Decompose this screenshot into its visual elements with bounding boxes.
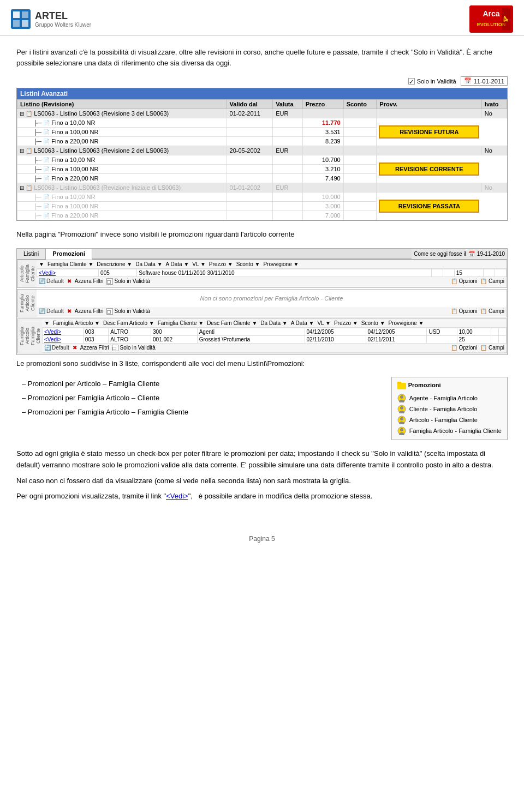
tab-listini[interactable]: Listini (17, 249, 46, 259)
default-button-1[interactable]: 🔄 Default (39, 278, 64, 284)
promo-block-1: ArticoloFamigliaCliente ▼ Famiglia Clien… (17, 260, 507, 288)
provv-col[interactable]: Provvigione ▼ (389, 320, 424, 326)
vedi-link-3b[interactable]: <Vedi> (44, 336, 61, 342)
svg-point-22 (400, 428, 403, 431)
col-sconto: Sconto (343, 100, 377, 109)
promo-block-inner-3: ▼ Famiglia Articolo ▼ Desc Fam Articolo … (42, 319, 507, 353)
promo-table-3: <Vedi> 003ALTRO300Agenti 04/12/200504/12… (42, 328, 507, 344)
table-row: ├─ 📄 Fino a 10,00 NR 10.700 REVISIONE CO… (17, 155, 507, 165)
provvigione-filter[interactable]: Provvigione ▼ (263, 261, 299, 267)
intro-paragraph: Per i listini avanzati c'è la possibilit… (16, 47, 508, 68)
svg-point-19 (400, 417, 403, 420)
promo-block-2: FamigliaArticoloCliente Non ci sono prom… (17, 289, 507, 317)
sconto-col[interactable]: Sconto ▼ (361, 320, 385, 326)
promo-toolbar-2-bottom: 🔄 Default ✖ Azzera Filtri □ Solo in Vali… (37, 307, 507, 316)
opzioni-btn-1[interactable]: 📋 Opzioni (451, 278, 478, 284)
da-data-col[interactable]: Da Data ▼ (260, 320, 287, 326)
svg-rect-11 (397, 382, 401, 384)
svg-rect-4 (22, 20, 28, 27)
vedi-link-3a[interactable]: <Vedi> (44, 329, 61, 335)
fam-art-col[interactable]: Famiglia Articolo ▼ (53, 320, 100, 326)
promo-menu-title: Promozioni (397, 381, 502, 389)
menu-item-agente: Agente - Famiglia Articolo (397, 393, 502, 404)
clear-filters-icon-2: ✖ (67, 308, 72, 314)
promozioni-intro: Nella pagina "Promozioni" invece sono vi… (16, 229, 508, 240)
default-icon: 🔄 (39, 278, 45, 284)
a-data-col[interactable]: A Data ▼ (291, 320, 314, 326)
campi-btn-2[interactable]: 📋 Campi (480, 308, 504, 314)
promo-list-intro: Le promozioni sono suddivise in 3 liste,… (16, 358, 508, 369)
solo-validita-label[interactable]: ✓ Solo in Validità (408, 78, 456, 85)
vl-col[interactable]: VL ▼ (317, 320, 331, 326)
promo-menu: Promozioni Agente - Famiglia Articolo Cl… (391, 377, 508, 440)
arca-logo: Arca EVOLUTION 4 (469, 5, 513, 33)
col-listino: Listino (Revisione) (17, 100, 227, 109)
prezzo-filter[interactable]: Prezzo ▼ (209, 261, 233, 267)
validity-date-badge[interactable]: 📅 11-01-2011 (461, 76, 508, 86)
solo-validita-2[interactable]: □ Solo in Validità (106, 308, 150, 315)
famiglia-cliente-filter[interactable]: Famiglia Cliente ▼ (47, 261, 93, 267)
tab-promozioni[interactable]: Promozioni (46, 249, 92, 260)
table-row: <Vedi> 003ALTRO300Agenti 04/12/200504/12… (43, 328, 507, 335)
table-row: ⊟ 📋 LS0063 - Listino LS0063 (Revisione 3… (17, 109, 507, 118)
table-row: <Vedi> 005 Software house 01/11/2010 30/… (37, 269, 507, 276)
promo-toolbar-1-bottom: 🔄 Default ✖ Azzera Filtri □ Solo in Vali… (37, 277, 507, 286)
page-header: ARTEL Gruppo Wolters Kluwer Arca EVOLUTI… (0, 0, 524, 36)
promo-toolbar-1: ▼ Famiglia Cliente ▼ Descrizione ▼ Da Da… (37, 260, 507, 269)
listini-avanzati-title: Listini Avanzati (17, 88, 507, 99)
default-button-2[interactable]: 🔄 Default (39, 308, 64, 314)
campi-btn-3[interactable]: 📋 Campi (480, 345, 504, 351)
da-data-filter[interactable]: Da Data ▼ (135, 261, 162, 267)
company-name: ARTEL (35, 10, 91, 22)
menu-icon-2 (397, 405, 406, 413)
campi-btn-1[interactable]: 📋 Campi (480, 278, 504, 284)
vedi-link[interactable]: <Vedi> (39, 270, 56, 276)
table-row: ⊟ 📋 LS0063 - Listino LS0063 (Revizione I… (17, 183, 507, 193)
azzera-filtri-1[interactable]: Azzera Filtri (75, 278, 104, 284)
vl-filter[interactable]: VL ▼ (192, 261, 206, 267)
promo-menu-section: Promozioni per Articolo – Famiglia Clien… (16, 377, 508, 440)
main-content: Per i listini avanzati c'è la possibilit… (0, 36, 524, 519)
promo-toolbar-3-bottom: 🔄 Default ✖ Azzera Filtri □ Solo in Vali… (42, 344, 507, 353)
promo-list: Promozioni per Articolo – Famiglia Clien… (16, 377, 375, 419)
opzioni-btn-2[interactable]: 📋 Opzioni (451, 308, 478, 314)
tab-bar: Listini Promozioni Come se oggi fosse il… (17, 249, 507, 260)
menu-icon-1 (397, 394, 406, 402)
svg-rect-1 (13, 11, 20, 18)
solo-validita-3[interactable]: □ Solo in Validità (112, 345, 155, 351)
page-number: Pagina 5 (249, 535, 275, 543)
table-row: ├─ 📄 Fino a 10,00 NR 11.770 REVISIONE FU… (17, 118, 507, 128)
menu-icon-3 (397, 416, 406, 424)
descrizione-filter[interactable]: Descrizione ▼ (97, 261, 132, 267)
list-item-1: Promozioni per Articolo – Famiglia Clien… (16, 377, 375, 391)
opzioni-btn-3[interactable]: 📋 Opzioni (451, 345, 478, 351)
azzera-filtri-3[interactable]: Azzera Filtri (80, 345, 109, 351)
company-subtitle: Gruppo Wolters Kluwer (35, 22, 91, 28)
azzera-filtri-2[interactable]: Azzera Filtri (75, 308, 104, 314)
promo-block-inner-1: ▼ Famiglia Cliente ▼ Descrizione ▼ Da Da… (37, 260, 507, 287)
desc-fam-col[interactable]: Desc Fam Articolo ▼ (103, 320, 154, 326)
promo-toolbar-3: ▼ Famiglia Articolo ▼ Desc Fam Articolo … (42, 319, 507, 328)
svg-point-13 (400, 395, 403, 399)
list-item-2: Promozioni per Famiglia Articolo – Clien… (16, 391, 375, 405)
paragraph-3: Per ogni promozioni visualizzata, tramit… (16, 491, 508, 502)
menu-item-famiglia: Famiglia Articolo - Famiglia Cliente (397, 425, 502, 436)
empty-message: Non ci sono promozioni per Famiglia Arti… (37, 290, 507, 307)
svg-rect-3 (13, 20, 20, 27)
paragraph-1: Sotto ad ogni griglia è stato messo un c… (16, 448, 508, 471)
fam-cliente-col[interactable]: Famiglia Cliente ▼ (158, 320, 204, 326)
solo-validita-1[interactable]: □ Solo in Validità (106, 278, 150, 285)
body-text: Sotto ad ogni griglia è stato messo un c… (16, 448, 508, 502)
a-data-filter[interactable]: A Data ▼ (166, 261, 189, 267)
sidebar-label-2: FamigliaArticoloCliente (17, 290, 37, 317)
svg-point-16 (400, 406, 403, 410)
prezzo-col[interactable]: Prezzo ▼ (334, 320, 358, 326)
calendar-icon: 📅 (464, 77, 472, 85)
sconto-filter[interactable]: Sconto ▼ (236, 261, 260, 267)
come-se-oggi-label: Come se oggi fosse il 📅 19-11-2010 (412, 249, 507, 259)
clear-filters-icon-1: ✖ (67, 278, 72, 284)
desc-fam-cliente-col[interactable]: Desc Fam Cliente ▼ (207, 320, 257, 326)
default-button-3[interactable]: 🔄 Default (44, 345, 69, 351)
promozioni-panel: Listini Promozioni Come se oggi fosse il… (16, 248, 508, 355)
solo-validita-checkbox[interactable]: ✓ (408, 78, 415, 85)
